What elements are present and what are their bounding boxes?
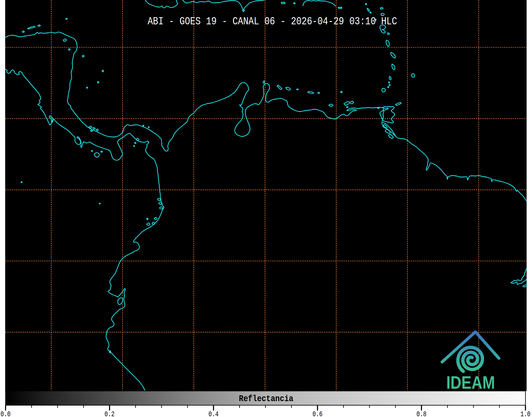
svg-text:0.0: 0.0 [1, 410, 11, 417]
svg-text:1.0: 1.0 [520, 410, 530, 417]
svg-text:Reflectancia: Reflectancia [239, 394, 293, 404]
svg-text:0.8: 0.8 [416, 410, 426, 417]
svg-text:ABI - GOES 19 - CANAL 06 - 202: ABI - GOES 19 - CANAL 06 - 2026-04-29 03… [148, 16, 397, 28]
svg-text:0.6: 0.6 [312, 410, 322, 417]
svg-text:0.2: 0.2 [104, 410, 115, 417]
svg-text:0.4: 0.4 [208, 410, 219, 417]
svg-text:IDEAM: IDEAM [446, 372, 495, 392]
